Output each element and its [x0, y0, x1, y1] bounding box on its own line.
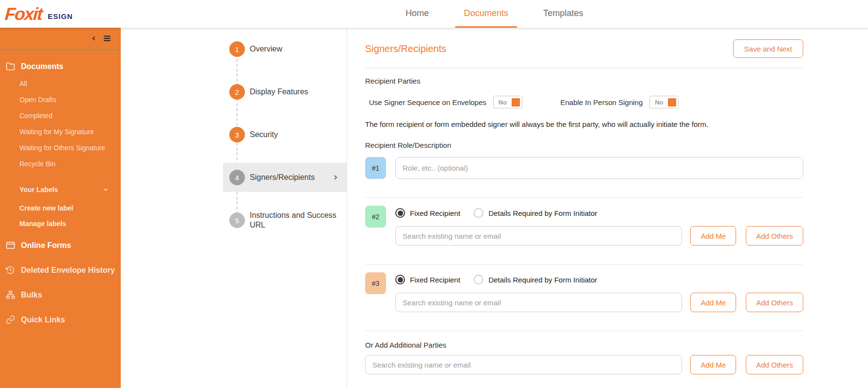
sidebar-item-quick-links[interactable]: Quick Links	[0, 309, 121, 331]
history-icon	[6, 265, 15, 275]
recipient-search-input[interactable]	[395, 293, 682, 312]
add-others-button[interactable]: Add Others	[746, 293, 803, 312]
toggle-value: No	[650, 99, 668, 106]
step-instructions-success-url[interactable]: 5 Instructions and Success URL	[223, 199, 347, 242]
divider	[365, 68, 803, 68]
add-me-button[interactable]: Add Me	[690, 355, 736, 374]
step-number-badge: 1	[229, 41, 245, 57]
divider	[365, 197, 803, 198]
sidebar-item-your-labels[interactable]: Your Labels	[0, 181, 121, 198]
sidebar-item-all[interactable]: All	[0, 76, 121, 92]
sidebar-item-completed[interactable]: Completed	[0, 108, 121, 124]
top-header: Foxit ESIGN Home Documents Templates	[0, 0, 868, 28]
recipient-type-radios: Fixed Recipient Details Required by Form…	[395, 207, 803, 219]
toggle-knob	[668, 98, 676, 106]
recipient-parties-label: Recipient Parties	[365, 77, 803, 85]
in-person-signing-toggle-group: Enable In Person Signing No	[556, 96, 679, 108]
save-and-next-button[interactable]: Save and Next	[733, 39, 803, 58]
documents-submenu: All Open Drafts Completed Waiting for My…	[0, 76, 121, 172]
bulks-label: Bulks	[21, 291, 42, 300]
sidebar-item-online-forms[interactable]: Online Forms	[0, 234, 121, 256]
nav-tab-home[interactable]: Home	[397, 0, 438, 28]
step-number-badge: 3	[229, 127, 245, 142]
step-number-badge: 5	[229, 212, 245, 228]
fixed-recipient-radio[interactable]	[395, 208, 405, 218]
page-title: Signers/Recipients	[365, 43, 446, 54]
recipient-search-input[interactable]	[395, 226, 682, 246]
in-person-signing-label: Enable In Person Signing	[560, 98, 643, 106]
sidebar: Documents All Open Drafts Completed Wait…	[0, 28, 121, 388]
sidebar-item-waiting-my-signature[interactable]: Waiting for My Signature	[0, 124, 121, 140]
foxit-wordmark: Foxit	[4, 5, 43, 23]
fixed-recipient-radio[interactable]	[395, 275, 405, 284]
main-content: Signers/Recipients Save and Next Recipie…	[347, 28, 868, 388]
your-labels-label: Your Labels	[19, 186, 58, 194]
role-input[interactable]	[395, 157, 803, 179]
foxit-logo[interactable]: Foxit ESIGN	[0, 0, 121, 28]
recipient-type-radios: Fixed Recipient Details Required by Form…	[395, 273, 803, 286]
add-others-button[interactable]: Add Others	[746, 226, 803, 246]
details-required-label: Details Required by Form Initiator	[488, 209, 597, 217]
recipient-row-2: #2 Fixed Recipient Details Required by F…	[365, 206, 803, 246]
details-required-radio[interactable]	[474, 208, 483, 218]
nav-tab-documents[interactable]: Documents	[455, 0, 517, 28]
sitemap-icon	[6, 290, 15, 300]
sidebar-item-create-new-label[interactable]: Create new label	[0, 200, 121, 216]
add-others-button[interactable]: Add Others	[746, 355, 803, 374]
collapse-chevron-left-icon[interactable]	[91, 35, 97, 42]
step-label: Security	[250, 130, 278, 140]
app-window: Foxit ESIGN Home Documents Templates Doc…	[0, 0, 868, 388]
quick-links-label: Quick Links	[21, 316, 65, 324]
hamburger-menu-icon[interactable]	[102, 34, 112, 43]
sidebar-item-recycle-bin[interactable]: Recycle Bin	[0, 156, 121, 172]
sidebar-item-deleted-envelope-history[interactable]: Deleted Envelope History	[0, 259, 121, 281]
fixed-recipient-label: Fixed Recipient	[410, 276, 460, 284]
sidebar-item-waiting-others-signature[interactable]: Waiting for Others Signature	[0, 140, 121, 156]
details-required-label: Details Required by Form Initiator	[488, 276, 597, 284]
step-number-badge: 4	[229, 170, 245, 185]
recipient-badge: #1	[365, 157, 386, 179]
wizard-stepper: 1 Overview 2 Display Features 3 Security…	[121, 28, 347, 388]
window-icon	[6, 241, 15, 250]
deleted-envelope-history-label: Deleted Envelope History	[21, 266, 115, 275]
online-forms-label: Online Forms	[21, 241, 71, 250]
step-signers-recipients[interactable]: 4 Signers/Recipients	[223, 163, 347, 192]
labels-submenu: Create new label Manage labels	[0, 200, 121, 231]
toggle-value: No	[494, 99, 512, 106]
folder-icon	[6, 62, 15, 71]
fixed-recipient-label: Fixed Recipient	[410, 209, 460, 217]
link-icon	[6, 315, 15, 324]
signer-sequence-label: Use Signer Sequence on Envelopes	[369, 98, 486, 106]
toggle-knob	[512, 98, 520, 106]
additional-parties-row: Add Me Add Others	[365, 355, 803, 374]
sidebar-item-open-drafts[interactable]: Open Drafts	[0, 92, 121, 108]
in-person-signing-toggle[interactable]: No	[649, 96, 679, 108]
recipient-role-label: Recipient Role/Description	[365, 141, 803, 149]
details-required-radio[interactable]	[474, 275, 483, 284]
step-security[interactable]: 3 Security	[223, 113, 347, 156]
recipient-badge: #3	[365, 272, 386, 294]
add-me-button[interactable]: Add Me	[690, 226, 736, 246]
sidebar-item-label: Documents	[21, 62, 63, 71]
step-overview[interactable]: 1 Overview	[223, 28, 347, 71]
recipient-row-1: #1	[365, 157, 803, 179]
sidebar-item-bulks[interactable]: Bulks	[0, 284, 121, 306]
step-label: Signers/Recipients	[250, 173, 314, 182]
sidebar-item-manage-labels[interactable]: Manage labels	[0, 216, 121, 231]
sidebar-collapse-controls	[0, 28, 121, 50]
additional-parties-label: Or Add Additional Parties	[365, 341, 803, 349]
additional-parties-search-input[interactable]	[365, 355, 682, 374]
first-party-note: The form recipient or form embedded sign…	[365, 120, 803, 128]
esign-wordmark: ESIGN	[48, 12, 73, 20]
sidebar-item-documents[interactable]: Documents	[0, 57, 121, 76]
divider	[365, 264, 803, 265]
step-label: Instructions and Success URL	[250, 211, 337, 230]
signer-sequence-toggle[interactable]: No	[493, 96, 522, 108]
primary-nav: Home Documents Templates	[121, 0, 868, 28]
step-display-features[interactable]: 2 Display Features	[223, 71, 347, 113]
divider	[365, 331, 803, 331]
signer-sequence-toggle-group: Use Signer Sequence on Envelopes No	[365, 96, 522, 108]
step-label: Display Features	[250, 87, 308, 97]
nav-tab-templates[interactable]: Templates	[535, 0, 592, 28]
add-me-button[interactable]: Add Me	[690, 293, 736, 312]
